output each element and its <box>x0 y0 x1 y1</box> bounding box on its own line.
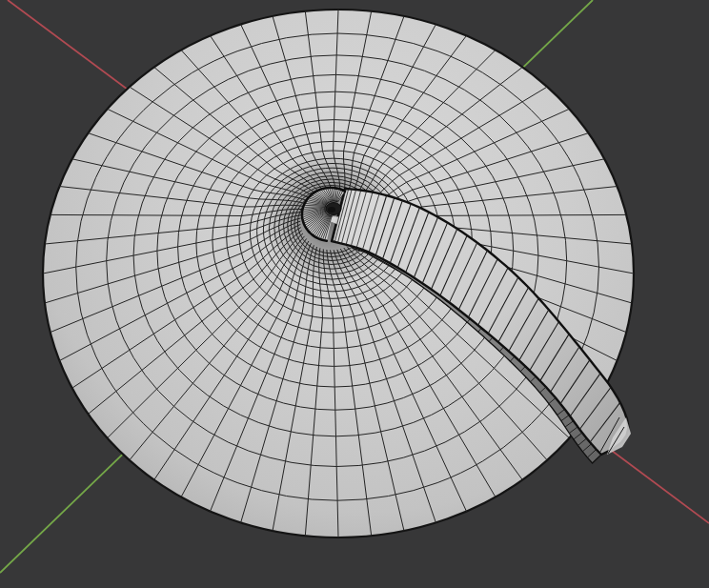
wireframe-mesh-object[interactable] <box>43 10 634 537</box>
viewport-3d[interactable] <box>0 0 709 588</box>
center-hole-core <box>328 207 335 213</box>
viewport-canvas[interactable] <box>0 0 709 588</box>
